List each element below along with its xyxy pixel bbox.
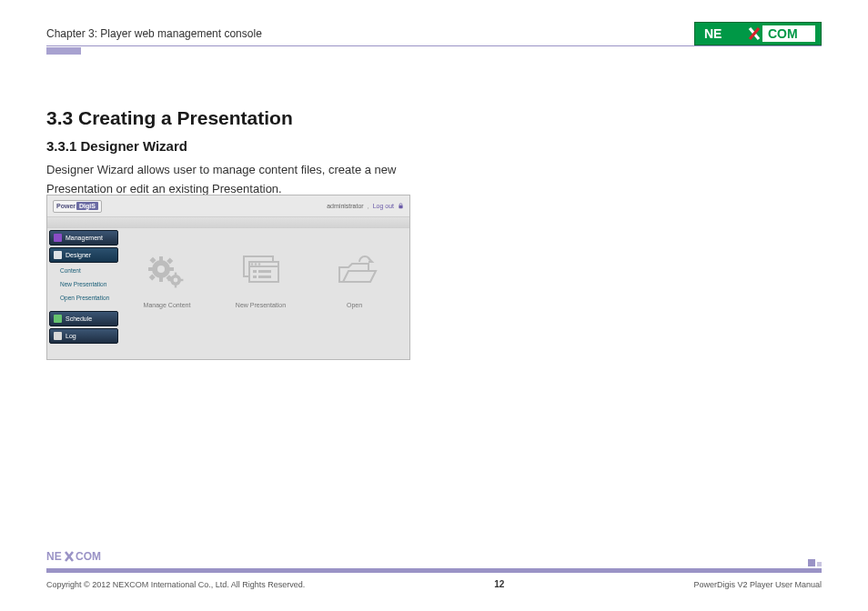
card-open[interactable]: Open <box>311 235 398 317</box>
sidebar-item-label: Schedule <box>66 316 92 322</box>
logout-link[interactable]: Log out <box>373 203 394 209</box>
page-number: 12 <box>494 579 504 589</box>
header-tab-marker <box>46 47 81 55</box>
svg-point-18 <box>173 278 177 283</box>
svg-rect-25 <box>258 275 271 278</box>
card-label: New Presentation <box>236 302 286 308</box>
svg-rect-17 <box>179 279 183 281</box>
manual-name: PowerDigis V2 Player User Manual <box>693 580 822 589</box>
designer-icon <box>54 251 62 259</box>
section-paragraph: Designer Wizard allows user to manage co… <box>46 161 447 199</box>
management-icon <box>54 234 62 242</box>
console-brand: Power DigiS <box>53 200 102 213</box>
sidebar-item-designer[interactable]: Designer <box>49 247 118 263</box>
svg-rect-24 <box>253 275 257 278</box>
gears-icon <box>145 253 190 293</box>
svg-point-12 <box>157 265 165 273</box>
svg-rect-5 <box>159 276 163 282</box>
svg-rect-6 <box>148 267 154 271</box>
x-icon <box>750 28 759 39</box>
svg-text:NE: NE <box>46 550 62 563</box>
username-separator: , <box>368 203 369 209</box>
sidebar-item-label: Management <box>66 235 103 241</box>
nexcom-logo: NE COM <box>694 22 822 45</box>
sidebar-sub-open-presentation[interactable]: Open Presentation <box>58 292 118 304</box>
window-list-icon <box>238 253 284 293</box>
sidebar-item-label: Log <box>66 333 76 339</box>
sidebar-item-management[interactable]: Management <box>49 230 118 245</box>
svg-point-26 <box>250 263 252 265</box>
sidebar-item-log[interactable]: Log <box>49 328 118 344</box>
schedule-icon <box>54 315 62 323</box>
sidebar-item-label: Designer <box>66 252 91 258</box>
svg-rect-4 <box>159 256 163 262</box>
card-manage-content[interactable]: Manage Content <box>124 235 210 317</box>
nexcom-com: COM <box>768 26 798 41</box>
card-label: Manage Content <box>144 302 191 308</box>
nexcom-ne: NE <box>704 26 722 41</box>
footer-square-icon <box>808 559 815 566</box>
svg-rect-16 <box>167 279 171 281</box>
folder-open-icon <box>332 253 378 293</box>
svg-rect-23 <box>258 270 271 273</box>
svg-rect-14 <box>174 273 176 276</box>
console-screenshot: Power DigiS administrator , Log out Mana… <box>46 195 410 360</box>
card-new-presentation[interactable]: New Presentation <box>217 235 304 317</box>
svg-rect-7 <box>168 267 174 271</box>
svg-text:COM: COM <box>76 550 101 563</box>
header-divider <box>46 45 822 46</box>
section-title: 3.3 Creating a Presentation <box>46 107 447 129</box>
svg-rect-2 <box>399 205 402 208</box>
log-icon <box>54 332 62 340</box>
svg-point-28 <box>257 263 259 265</box>
console-brand-part2: DigiS <box>76 202 98 210</box>
sidebar-item-schedule[interactable]: Schedule <box>49 311 118 326</box>
console-sidebar: Management Designer Content New Presenta… <box>47 228 118 359</box>
lock-icon <box>398 203 404 210</box>
login-info: administrator , Log out <box>327 203 404 210</box>
svg-rect-22 <box>253 270 257 273</box>
card-label: Open <box>347 302 362 308</box>
svg-rect-15 <box>174 285 176 288</box>
console-content: Manage Content <box>118 228 409 359</box>
copyright-text: Copyright © 2012 NEXCOM International Co… <box>46 580 305 589</box>
footer-nexcom-logo: NE COM <box>46 550 114 566</box>
chapter-label: Chapter 3: Player web management console <box>46 27 262 40</box>
section-subtitle: 3.3.1 Designer Wizard <box>46 138 447 154</box>
footer-divider <box>46 568 822 573</box>
footer-marks <box>808 559 822 566</box>
console-brand-part1: Power <box>56 203 76 209</box>
sidebar-sub-new-presentation[interactable]: New Presentation <box>58 278 118 290</box>
footer-square-icon <box>817 562 822 566</box>
console-toolbar-stripe <box>47 217 409 228</box>
sidebar-sub-content[interactable]: Content <box>58 265 118 276</box>
username-label: administrator <box>327 203 363 209</box>
svg-point-27 <box>254 263 256 265</box>
